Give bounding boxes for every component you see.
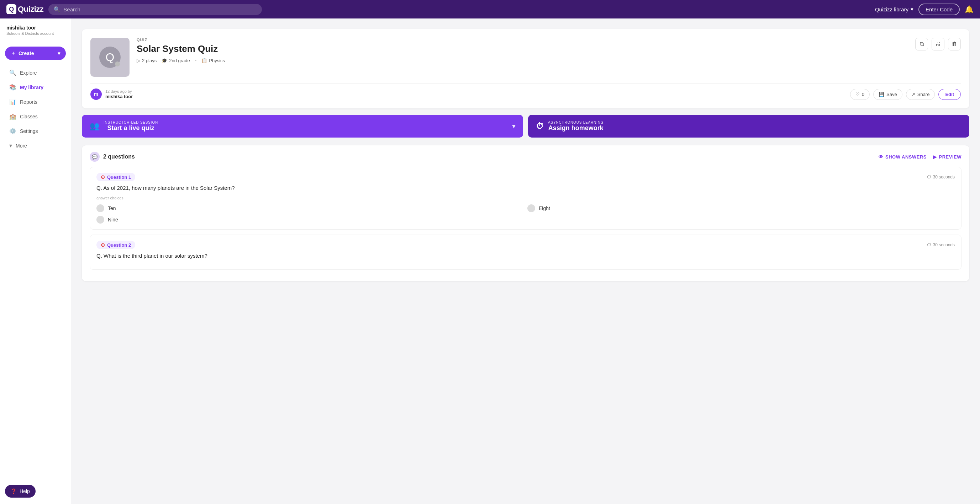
sidebar-item-more[interactable]: ▾ More — [3, 139, 68, 152]
homework-small-label: ASYNCHRONOUS LEARNING — [548, 120, 603, 124]
question-item-1: ⊙ Question 1 ⏱ 30 seconds Q. As of 2021,… — [90, 167, 961, 230]
quiz-meta: ▷ 2 plays 🎓 2nd grade • 📋 Physics — [137, 58, 908, 63]
save-label: Save — [886, 92, 897, 97]
homework-main-label: Assign homework — [548, 124, 603, 132]
homework-icon: ⏱ — [536, 122, 544, 131]
clock-icon-1: ⏱ — [927, 174, 931, 179]
quiz-bottom-actions: ♡ 0 💾 Save ↗ Share Edit — [850, 89, 961, 100]
duplicate-button[interactable]: ⧉ — [915, 38, 928, 51]
question-1-header: ⊙ Question 1 ⏱ 30 seconds — [96, 173, 955, 181]
print-button[interactable]: 🖨 — [932, 38, 944, 51]
quiz-author-time: 12 days ago by — [105, 89, 133, 94]
quiz-info: QUIZ Solar System Quiz ▷ 2 plays 🎓 2nd g… — [137, 38, 908, 65]
share-label: Share — [917, 92, 930, 97]
questions-section: 💬 2 questions 👁 SHOW ANSWERS ▶ PREVIEW — [82, 145, 969, 281]
clock-icon-2: ⏱ — [927, 242, 931, 247]
assign-homework-button[interactable]: ⏱ ASYNCHRONOUS LEARNING Assign homework — [528, 115, 969, 138]
question-2-time: ⏱ 30 seconds — [927, 242, 955, 247]
sidebar-user: mishika toor Schools & Districts account — [0, 25, 71, 42]
question-2-header: ⊙ Question 2 ⏱ 30 seconds — [96, 241, 955, 249]
quiz-plays: ▷ 2 plays — [137, 58, 157, 63]
quiz-author: m 12 days ago by mishika toor — [91, 89, 133, 100]
question-1-label: Question 1 — [107, 174, 131, 180]
search-input[interactable] — [63, 6, 257, 13]
live-quiz-small-label: INSTRUCTOR-LED SESSION — [103, 120, 158, 124]
logo-text: Quizizz — [18, 5, 43, 14]
questions-actions: 👁 SHOW ANSWERS ▶ PREVIEW — [878, 154, 962, 160]
questions-count-label: 2 questions — [103, 154, 135, 160]
sidebar-item-classes[interactable]: 🏫 Classes — [3, 109, 68, 123]
preview-button[interactable]: ▶ PREVIEW — [933, 154, 961, 160]
answer-choices-label: answer choices — [96, 196, 955, 200]
library-menu[interactable]: Quizizz library ▾ — [875, 6, 913, 13]
plus-icon: ＋ — [11, 50, 16, 57]
answer-label-nine: Nine — [108, 217, 118, 222]
avatar: m — [91, 89, 102, 100]
sidebar-item-label-classes: Classes — [20, 114, 38, 119]
topnav-right: Quizizz library ▾ Enter Code 🔔 — [875, 3, 974, 15]
delete-button[interactable]: 🗑 — [948, 38, 961, 51]
heart-icon: ♡ — [856, 92, 860, 97]
edit-button[interactable]: Edit — [939, 89, 961, 100]
settings-icon: ⚙️ — [9, 128, 16, 134]
action-row: 👥 INSTRUCTOR-LED SESSION Start a live qu… — [82, 115, 969, 138]
question-2-circle-icon: ⊙ — [101, 242, 105, 248]
subject-icon: 📋 — [201, 58, 207, 63]
like-count: 0 — [862, 92, 864, 97]
topnav: Q Quizizz 🔍 Quizizz library ▾ Enter Code… — [0, 0, 980, 19]
more-icon: ▾ — [9, 142, 12, 149]
quiz-author-name: mishika toor — [105, 94, 133, 99]
logo-icon: Q — [6, 4, 16, 14]
preview-label: PREVIEW — [939, 154, 961, 160]
quiz-thumbnail: Q — [91, 38, 129, 77]
quiz-title: Solar System Quiz — [137, 43, 908, 54]
answer-circle — [96, 204, 104, 212]
eye-icon: 👁 — [878, 154, 884, 160]
sidebar-item-explore[interactable]: 🔍 Explore — [3, 66, 68, 79]
create-label: Create — [19, 51, 34, 56]
answer-option-1-eight: Eight — [527, 204, 955, 212]
like-button[interactable]: ♡ 0 — [850, 89, 870, 100]
answer-option-1-nine: Nine — [96, 216, 524, 223]
search-icon: 🔍 — [53, 6, 60, 13]
sidebar-item-label-my-library: My library — [20, 85, 43, 90]
quiz-top-actions: ⧉ 🖨 🗑 — [915, 38, 961, 51]
quiz-card: Q QUIZ Solar System Quiz ▷ 2 plays 🎓 — [82, 29, 969, 108]
notification-bell-icon[interactable]: 🔔 — [965, 5, 974, 14]
enter-code-button[interactable]: Enter Code — [918, 3, 960, 15]
answer-option-1-ten: Ten — [96, 204, 524, 212]
question-2-text: Q. What is the third planet in our solar… — [96, 253, 955, 259]
main-content: Q QUIZ Solar System Quiz ▷ 2 plays 🎓 — [71, 19, 980, 504]
chevron-down-icon: ▾ — [911, 6, 913, 13]
sidebar-item-my-library[interactable]: 📚 My library — [3, 80, 68, 94]
help-button[interactable]: ❓ Help — [5, 485, 36, 498]
grade-icon: 🎓 — [162, 58, 167, 63]
play-icon: ▷ — [137, 58, 140, 63]
thumb-dot — [115, 62, 120, 67]
create-dropdown-icon: ▾ — [58, 51, 60, 56]
sidebar-user-name: mishika toor — [6, 25, 64, 30]
quiz-type-label: QUIZ — [137, 38, 908, 42]
start-live-quiz-button[interactable]: 👥 INSTRUCTOR-LED SESSION Start a live qu… — [82, 115, 523, 138]
question-1-text: Q. As of 2021, how many planets are in t… — [96, 185, 955, 191]
live-quiz-icon: 👥 — [90, 122, 99, 131]
sidebar-item-settings[interactable]: ⚙️ Settings — [3, 124, 68, 138]
question-1-badge: ⊙ Question 1 — [96, 173, 135, 181]
preview-icon: ▶ — [933, 154, 937, 160]
search-bar[interactable]: 🔍 — [48, 4, 262, 15]
save-button[interactable]: 💾 Save — [873, 89, 902, 100]
answer-circle — [96, 216, 104, 223]
classes-icon: 🏫 — [9, 113, 16, 120]
answer-label-ten: Ten — [108, 205, 116, 211]
question-1-time-label: 30 seconds — [933, 174, 955, 179]
sidebar-item-reports[interactable]: 📊 Reports — [3, 95, 68, 109]
help-label: Help — [19, 488, 30, 494]
library-label: Quizizz library — [875, 6, 908, 13]
answers-grid-1: Ten Eight Nine — [96, 204, 955, 223]
show-answers-button[interactable]: 👁 SHOW ANSWERS — [878, 154, 927, 160]
my-library-icon: 📚 — [9, 84, 16, 90]
questions-icon: 💬 — [90, 152, 100, 162]
create-button[interactable]: ＋ Create ▾ — [5, 47, 66, 60]
share-button[interactable]: ↗ Share — [906, 89, 935, 100]
quiz-author-info: 12 days ago by mishika toor — [105, 89, 133, 99]
